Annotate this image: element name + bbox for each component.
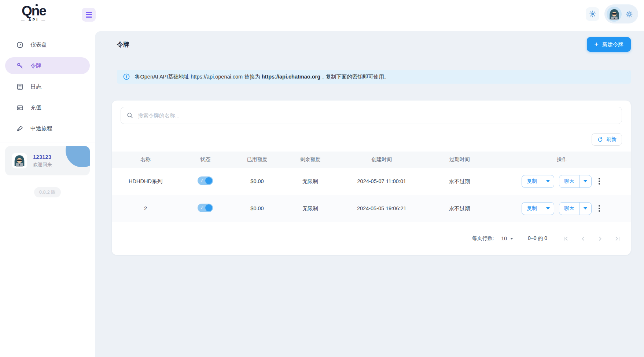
chevron-down-icon (584, 207, 587, 210)
sidebar: 仪表盘 令牌 日志 充值 (0, 31, 95, 357)
table-header-row: 名称 状态 已用额度 剩余额度 创建时间 过期时间 操作 (112, 152, 631, 168)
top-bar: Qne — API — (0, 0, 644, 31)
app-logo: Qne — API — (8, 4, 59, 22)
banner-url: https://api.chatmao.org (262, 74, 320, 80)
col-header-expire: 过期时间 (426, 152, 493, 168)
sidebar-item-label: 中途旅程 (30, 125, 52, 132)
more-actions-icon[interactable] (596, 203, 602, 214)
search-input[interactable] (121, 107, 622, 124)
banner-text: 将OpenAI API基础地址 https://api.openai.com 替… (135, 73, 390, 80)
user-avatar (12, 153, 27, 168)
rows-per-page-value: 10 (501, 236, 507, 241)
more-actions-icon[interactable] (596, 176, 602, 187)
main-content: 令牌 + 新建令牌 将OpenAI API基础地址 https://api.op… (95, 31, 644, 357)
paintbrush-icon (16, 125, 24, 132)
log-icon (16, 83, 24, 91)
sidebar-item-label: 充值 (30, 104, 41, 111)
pagination: 每页行数: 10 0–0 的 0 (112, 222, 631, 255)
used-quota: $0.00 (231, 168, 283, 195)
sidebar-item-topup[interactable]: 充值 (5, 99, 90, 116)
copy-dropdown-button[interactable] (542, 175, 554, 187)
chevron-down-icon (510, 238, 513, 240)
next-page-icon[interactable] (596, 235, 604, 243)
sidebar-item-label: 令牌 (30, 62, 41, 69)
refresh-button[interactable]: 刷新 (592, 133, 622, 146)
refresh-icon (597, 136, 603, 143)
status-toggle[interactable]: ✓ (198, 176, 213, 185)
first-page-icon[interactable] (562, 235, 570, 243)
user-card-decoration (66, 146, 90, 167)
info-icon (123, 73, 130, 80)
rows-per-page-label: 每页行数: (472, 235, 494, 242)
check-icon: ✓ (200, 178, 204, 183)
expire-time: 永不过期 (426, 195, 493, 222)
copy-button[interactable]: 复制 (522, 175, 542, 187)
logo-wordmark: Qne (22, 3, 46, 18)
col-header-remain: 剩余额度 (283, 152, 338, 168)
menu-icon[interactable] (82, 8, 96, 22)
theme-sun-icon[interactable] (586, 7, 599, 21)
remain-quota: 无限制 (283, 168, 338, 195)
sidebar-item-dashboard[interactable]: 仪表盘 (5, 36, 90, 53)
sidebar-item-tokens[interactable]: 令牌 (5, 57, 90, 74)
plus-icon: + (594, 41, 599, 48)
sidebar-item-midjourney[interactable]: 中途旅程 (5, 120, 90, 137)
key-icon (16, 62, 24, 70)
chevron-down-icon (546, 207, 550, 210)
tokens-card: 刷新 名称 状态 已用额度 剩余额度 创建时间 过期时间 操作 HDHDHD系列 (112, 101, 631, 255)
banner-text-suffix: ，复制下面的密钥即可使用。 (320, 74, 390, 80)
chat-split-button: 聊天 (559, 175, 592, 188)
copy-dropdown-button[interactable] (542, 203, 554, 215)
sidebar-item-logs[interactable]: 日志 (5, 78, 90, 95)
pagination-range: 0–0 的 0 (528, 235, 547, 242)
copy-button[interactable]: 复制 (522, 203, 542, 215)
sidebar-nav: 仪表盘 令牌 日志 充值 (0, 31, 95, 137)
col-header-used: 已用额度 (231, 152, 283, 168)
created-time: 2024-05-07 11:00:01 (338, 168, 426, 195)
new-token-button[interactable]: + 新建令牌 (587, 37, 631, 52)
prev-page-icon[interactable] (579, 235, 587, 243)
chat-dropdown-button[interactable] (579, 203, 591, 215)
table-row: 2 ✓ $0.00 无限制 2024-05-05 19:06:21 永不过期 复… (112, 195, 631, 222)
sidebar-item-label: 日志 (30, 83, 41, 90)
chat-button[interactable]: 聊天 (559, 203, 579, 215)
used-quota: $0.00 (231, 195, 283, 222)
dashboard-icon (16, 41, 24, 49)
user-greeting: 欢迎回来 (33, 161, 52, 168)
refresh-label: 刷新 (606, 136, 617, 143)
chat-dropdown-button[interactable] (579, 175, 591, 187)
settings-gear-icon[interactable] (625, 10, 633, 18)
sidebar-item-label: 仪表盘 (30, 41, 47, 48)
col-header-ops: 操作 (493, 152, 631, 168)
user-menu[interactable] (604, 4, 638, 23)
chevron-down-icon (584, 180, 587, 182)
status-toggle[interactable]: ✓ (198, 204, 213, 212)
user-avatar[interactable] (607, 7, 622, 22)
col-header-status: 状态 (179, 152, 231, 168)
logo-text: Qne (22, 4, 46, 19)
created-time: 2024-05-05 19:06:21 (338, 195, 426, 222)
remain-quota: 无限制 (283, 195, 338, 222)
table-row: HDHDHD系列 ✓ $0.00 无限制 2024-05-07 11:00:01… (112, 168, 631, 195)
chevron-down-icon (546, 180, 550, 182)
sidebar-divider (0, 142, 95, 142)
info-banner: 将OpenAI API基础地址 https://api.openai.com 替… (117, 70, 631, 84)
version-badge: 0.8.2 版 (34, 187, 61, 197)
topup-card-icon (16, 104, 24, 112)
last-page-icon[interactable] (614, 235, 621, 243)
topbar-actions (586, 4, 638, 23)
chat-button[interactable]: 聊天 (559, 175, 579, 187)
copy-split-button: 复制 (522, 202, 554, 215)
banner-text-prefix: 将OpenAI API基础地址 https://api.openai.com 替… (135, 74, 262, 80)
sidebar-user-card[interactable]: 123123 欢迎回来 (5, 146, 90, 175)
rows-per-page-select[interactable]: 10 (501, 236, 513, 241)
chat-split-button: 聊天 (559, 202, 592, 215)
page-title: 令牌 (117, 40, 129, 49)
check-icon: ✓ (200, 205, 204, 210)
col-header-created: 创建时间 (338, 152, 426, 168)
expire-time: 永不过期 (426, 168, 493, 195)
new-token-label: 新建令牌 (602, 41, 623, 48)
copy-split-button: 复制 (522, 175, 554, 188)
token-name: 2 (112, 195, 179, 222)
user-name: 123123 (33, 154, 52, 160)
